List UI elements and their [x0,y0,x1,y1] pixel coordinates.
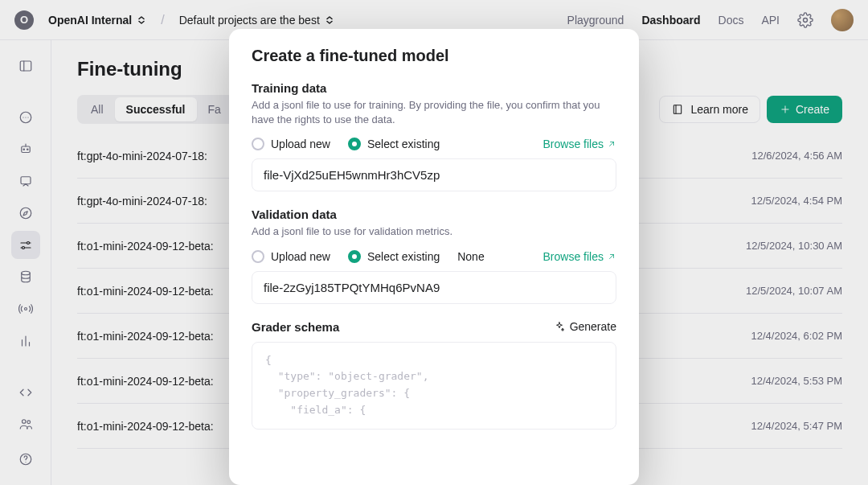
training-browse-files[interactable]: Browse files [543,138,616,150]
option-label: Select existing [367,138,440,150]
radio-icon [252,250,264,263]
validation-file-input[interactable] [252,271,616,304]
training-file-input[interactable] [252,158,616,191]
training-select-existing-option[interactable]: Select existing [348,138,440,150]
radio-selected-icon [348,138,361,150]
validation-data-title: Validation data [252,208,616,221]
training-upload-new-option[interactable]: Upload new [252,138,330,150]
validation-browse-files[interactable]: Browse files [543,250,616,263]
validation-select-existing-option[interactable]: Select existing [348,250,440,263]
option-label: None [457,250,484,263]
training-data-desc: Add a jsonl file to use for training. By… [252,98,616,126]
validation-data-desc: Add a jsonl file to use for validation m… [252,224,616,239]
validation-upload-new-option[interactable]: Upload new [252,250,330,263]
grader-schema-title: Grader schema [252,320,339,334]
option-label: Upload new [271,250,330,263]
sparkle-icon [554,321,565,332]
option-label: Select existing [367,250,440,263]
training-data-title: Training data [252,81,616,95]
grader-schema-editor[interactable]: { "type": "object-grader", "property_gra… [252,342,616,430]
radio-icon [252,138,264,150]
modal-overlay[interactable]: Create a fine-tuned model Training data … [0,0,868,485]
radio-selected-icon [348,250,361,263]
generate-button[interactable]: Generate [554,320,616,333]
validation-none-option[interactable]: None [457,250,484,263]
modal-title: Create a fine-tuned model [252,47,616,65]
browse-label: Browse files [543,250,604,263]
external-link-icon [607,252,616,261]
external-link-icon [607,139,616,149]
option-label: Upload new [271,138,330,150]
generate-label: Generate [570,320,616,333]
create-finetune-modal: Create a fine-tuned model Training data … [229,29,639,485]
browse-label: Browse files [543,138,604,150]
